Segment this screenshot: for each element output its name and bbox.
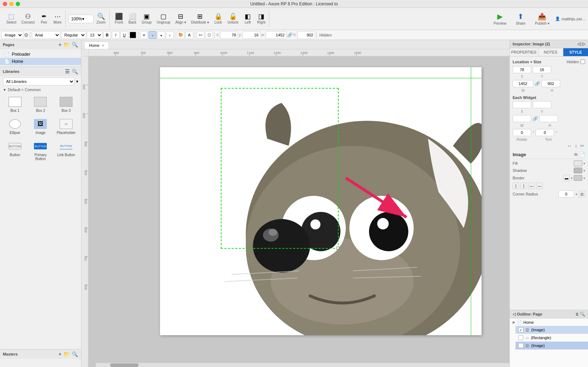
widget-props-icon[interactable]: ⚙ xyxy=(24,32,29,38)
libraries-menu-icon[interactable]: ☰ xyxy=(65,68,70,75)
y-position-input[interactable] xyxy=(533,66,551,73)
flip-h-icon[interactable]: ↔ xyxy=(567,143,572,149)
page-item-home[interactable]: 📄 Home xyxy=(0,58,81,65)
select-tool[interactable]: ⬚ Select xyxy=(4,12,19,26)
bold-button[interactable]: B xyxy=(103,31,111,39)
fill-swatch[interactable] xyxy=(574,160,582,166)
each-w-input[interactable] xyxy=(513,115,531,122)
border-color-dropdown[interactable]: ▾ xyxy=(583,176,585,180)
masters-folder-icon[interactable]: 📁 xyxy=(63,351,70,357)
outline-collapse-icon[interactable]: ◁ xyxy=(513,312,515,317)
shadow-swatch[interactable] xyxy=(574,168,582,173)
each-h-input[interactable] xyxy=(539,115,558,122)
share-button[interactable]: ⬆ Share xyxy=(512,11,529,27)
each-constrain-icon[interactable]: 🔗 xyxy=(533,116,538,121)
shadow-dropdown-icon[interactable]: ▾ xyxy=(583,169,585,173)
w-size-input[interactable] xyxy=(513,80,533,87)
widget-button[interactable]: BUTTON Button xyxy=(3,138,27,163)
align-button[interactable]: ⊟ Align ▾ xyxy=(173,12,188,26)
zoom-input[interactable]: 100%▾ xyxy=(69,15,94,23)
page-item-preloader[interactable]: 📄 Preloader xyxy=(0,51,81,58)
group-button[interactable]: ▣ Group xyxy=(140,12,154,26)
list-style-button[interactable]: ≡ xyxy=(140,31,148,39)
close-button[interactable] xyxy=(3,2,7,6)
canvas-container[interactable]: 600 700 800 900 1000 1100 1200 1300 xyxy=(81,49,509,367)
outline-item-image1[interactable]: ✓ 🖼 (Image) xyxy=(515,326,588,334)
publish-button[interactable]: 📤 Publish ▾ xyxy=(532,11,552,27)
widget-type-select[interactable]: Image xyxy=(1,31,23,39)
align-left-button[interactable]: ⬦ xyxy=(149,31,156,39)
pages-folder-icon[interactable]: 📁 xyxy=(63,41,70,48)
scrollbar-thumb[interactable] xyxy=(110,363,139,367)
pages-add-icon[interactable]: + xyxy=(58,41,62,48)
font-style-select[interactable]: Regular xyxy=(61,31,86,39)
outline-search-icon[interactable]: 🔍 xyxy=(580,312,585,317)
library-select[interactable]: All Libraries xyxy=(3,78,75,85)
corner-style-dropdown[interactable]: ▾ xyxy=(575,192,577,196)
border-style-btn[interactable]: ▬ xyxy=(563,175,570,181)
h-coord-input[interactable] xyxy=(297,31,315,39)
libraries-search-icon[interactable]: 🔍 xyxy=(71,68,78,75)
image-file-icon[interactable]: 📄 xyxy=(579,152,585,157)
tab-notes[interactable]: NOTES xyxy=(538,48,563,56)
outline-item-home[interactable]: ▶ 📄 Home xyxy=(510,318,588,326)
zoom-tool[interactable]: 🔍 Zoom xyxy=(94,12,108,26)
x-coord-input[interactable] xyxy=(220,31,238,39)
crop-icon[interactable]: ✂ xyxy=(580,143,584,149)
border-right-btn[interactable]: | xyxy=(520,183,527,189)
align-center-button[interactable]: ⬧ xyxy=(157,31,165,39)
distribute-button[interactable]: ⊞ Distribute ▾ xyxy=(189,12,211,26)
font-family-select[interactable]: Arial xyxy=(32,31,60,39)
tab-close-icon[interactable]: ✕ xyxy=(101,44,104,48)
widget-box2[interactable]: Box 2 xyxy=(29,94,53,115)
canvas-content[interactable] xyxy=(89,56,509,367)
outline-filter-icon[interactable]: ⧖ xyxy=(575,312,578,317)
outline-item-image2[interactable]: 🖼 (Image) xyxy=(515,342,588,349)
font-size-select[interactable]: 13 xyxy=(87,31,103,39)
border-bottom-btn[interactable]: — xyxy=(536,183,543,189)
more-tool[interactable]: ⋯ More xyxy=(51,12,64,26)
each-x-input[interactable] xyxy=(513,101,531,108)
font-color-swatch[interactable] xyxy=(130,32,136,38)
pen-tool[interactable]: ✒ Pen xyxy=(38,12,50,26)
connect-tool[interactable]: ⚇ Connect xyxy=(19,12,37,26)
flip-v-icon[interactable]: ↕ xyxy=(575,143,577,149)
minimize-button[interactable] xyxy=(9,2,14,6)
ungroup-button[interactable]: ▢ Ungroup xyxy=(154,12,172,26)
corner-radius-input[interactable] xyxy=(558,190,574,198)
w-coord-input[interactable] xyxy=(266,31,286,39)
tab-home[interactable]: Home ✕ xyxy=(84,41,109,49)
front-button[interactable]: ⬛ Front xyxy=(113,12,125,26)
border-color-swatch[interactable] xyxy=(574,175,582,181)
widget-link-button[interactable]: BUTTON Link Button xyxy=(54,138,78,163)
text-color-button[interactable]: A xyxy=(185,31,193,39)
shadow-button[interactable]: ◻ xyxy=(205,31,213,39)
widget-placeholder[interactable]: ✉ Placeholder xyxy=(54,116,78,137)
border-style-dropdown[interactable]: ▾ xyxy=(571,176,573,180)
horizontal-scrollbar[interactable] xyxy=(96,363,509,367)
widget-image[interactable]: 🖼 Image xyxy=(29,116,53,137)
fill-dropdown-icon[interactable]: ▾ xyxy=(583,162,585,165)
y-coord-input[interactable] xyxy=(243,31,260,39)
widget-box3[interactable]: Box 3 xyxy=(54,94,78,115)
border-top-btn[interactable]: — xyxy=(528,183,535,189)
constrain-prop-icon[interactable]: 🔗 xyxy=(535,81,540,86)
tab-properties[interactable]: PROPERTIES xyxy=(510,48,538,56)
fill-color-button[interactable]: 🎨 xyxy=(177,31,185,39)
each-y-input[interactable] xyxy=(533,101,551,108)
corner-individual-btn[interactable]: ⊡ xyxy=(579,191,585,197)
widget-ellipse[interactable]: Ellipse xyxy=(3,116,27,137)
widget-primary-button[interactable]: BUTTON Primary Button xyxy=(29,138,53,163)
tab-style[interactable]: STYLE xyxy=(563,48,588,56)
lock-button[interactable]: 🔒 Lock xyxy=(212,12,225,26)
unlock-button[interactable]: 🔓 Unlock xyxy=(225,12,241,26)
image-style-icon[interactable]: ≋ xyxy=(574,152,578,157)
inspector-collapse-icon[interactable]: ◁ xyxy=(577,41,580,46)
pages-search-icon[interactable]: 🔍 xyxy=(71,41,78,48)
hidden-checkbox[interactable] xyxy=(580,59,585,64)
right-button[interactable]: ◨ Right xyxy=(255,12,268,26)
italic-button[interactable]: I xyxy=(112,31,120,39)
inspector-expand-icon[interactable]: ▷ xyxy=(582,41,585,46)
x-position-input[interactable] xyxy=(513,66,531,73)
maximize-button[interactable] xyxy=(16,2,20,6)
